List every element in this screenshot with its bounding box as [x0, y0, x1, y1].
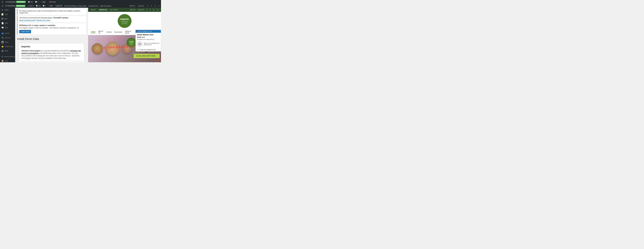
slider-revolution-item[interactable]: Slider Revolution [99, 4, 112, 8]
frontend-wp-logo[interactable]: ⊕ [1, 4, 4, 8]
posts-icon: 📝 [2, 13, 4, 16]
body-area: ⊞ 仪表盘 📝 文章 🖼 媒体 📄 页面 💬 评论 👥 Cl [0, 8, 161, 62]
sidebar-item-dashboard[interactable]: ⊞ 仪表盘 [0, 8, 15, 12]
new-post-item[interactable]: 💭 0 [34, 0, 39, 4]
sidebar-item-testimonials[interactable]: ⭐ Testimonials [0, 44, 15, 49]
site-name-item[interactable]: WP资源海测站 商店即将推出 [5, 0, 26, 4]
contacts-nav-link[interactable]: CONTACTS [99, 9, 107, 11]
sidebar-item-posts[interactable]: 📝 文章 [0, 12, 15, 17]
about-nav-link[interactable]: ABOUT [91, 9, 96, 11]
facebook-social-icon: f [151, 5, 152, 7]
site-instagram-icon[interactable]: ◻ [157, 9, 158, 11]
sidebar-item-products[interactable]: 📦 产品 [0, 59, 15, 62]
team-icon: 👨‍👩‍👧 [2, 41, 4, 43]
themerex-notice-text: This theme recommends the following plug… [19, 17, 84, 19]
sidebar-item-media[interactable]: 🖼 媒体 [0, 17, 15, 21]
facebook-icon[interactable]: f [150, 4, 152, 8]
sidebar-item-contacts[interactable]: 🔗 联系 [0, 49, 15, 53]
nav-news-blog[interactable]: NEWS & BLOG [125, 31, 132, 34]
page-title: Install Demo Data [15, 36, 88, 42]
wpbakery-item[interactable]: Edit with WPBakery Page Builder [64, 4, 88, 8]
begin-installing-link[interactable]: Begin installing plugin [19, 19, 35, 21]
hero-badge-percent: 100% [129, 41, 134, 43]
sidebar-item-clients[interactable]: 👥 Clients [0, 31, 15, 36]
sidebar-item-woocommerce[interactable]: 🛍 WooCommerce [0, 54, 15, 59]
smash-balloon-widget: ONLY VISIBLE TO YOU Smash Balloon Feed S… [136, 30, 161, 52]
wp-reset-label: WP Reset [49, 1, 56, 3]
nav-about-us[interactable]: ABOUT US [98, 31, 104, 34]
sidebar-item-services[interactable]: 🔧 Services [0, 36, 15, 40]
essential-grid-label: Essential Grid [89, 5, 98, 7]
setup-desc: Complete your setup and inc [137, 39, 160, 41]
clients-icon: 👥 [2, 32, 4, 34]
dashboard-icon: ⊞ [2, 9, 3, 11]
create-instagram-text: Create an Instagram Feed [140, 49, 156, 51]
instagram-icon[interactable]: ◻ [157, 4, 160, 8]
posts-label: 文章 [5, 14, 8, 16]
edit-icon: ✏ [54, 5, 56, 7]
clients-label: Clients [5, 33, 10, 34]
frontend-site-name-text: WP资源海测站 [6, 5, 16, 7]
setup-progress-area: 0% Setup is al Complete your setup and i… [137, 41, 160, 47]
essential-grid-item[interactable]: Essential Grid [88, 4, 99, 8]
logo-subtitle-text: THE NATURAL SOLUTION [119, 21, 130, 23]
site-logo-area: organic THE NATURAL SOLUTION [88, 12, 161, 29]
import-table-header: Import demo data [22, 61, 82, 62]
admin-bar-2-left: ⊕ WP资源海测站 商店即将推出 🖌 自定义 💬 206 💭 0 ＋ 新建 [1, 4, 129, 8]
frontend-comment-num: 0 [45, 5, 46, 7]
sidebar-item-team[interactable]: 👨‍👩‍👧 Team [0, 40, 15, 44]
site-logo-circle[interactable]: organic THE NATURAL SOLUTION [118, 14, 132, 28]
frontend-site-name[interactable]: WP资源海测站 商店即将推出 [4, 4, 26, 8]
pages-label: 页面 [5, 22, 8, 24]
wp-logo-item[interactable]: ⊕ [1, 0, 4, 4]
wpzyh-nav-link[interactable]: WPZYH [130, 9, 136, 11]
customize-label: 自定义 [29, 5, 34, 7]
all-posts-nav-link[interactable]: ALL POSTS [110, 9, 118, 11]
frontend-new-item[interactable]: ＋ 新建 [47, 4, 54, 8]
wpbakery-update-text: Our biggest update of 2024 is available … [19, 27, 84, 29]
comment-icon: 💭 [35, 1, 37, 3]
slider-revolution-label: Slider Revolution [100, 5, 112, 7]
admin-bar-1: ⊕ WP资源海测站 商店即将推出 💬 206 💭 0 ＋ 新建 ↺ WP Res… [0, 0, 161, 4]
testimonials-icon: ⭐ [2, 45, 4, 48]
nav-features[interactable]: FEATURES [114, 31, 122, 33]
importer-title: Importer [21, 45, 82, 48]
customize-item[interactable]: 🖌 自定义 [26, 4, 35, 8]
sidebar-item-comments[interactable]: 💬 评论 [0, 25, 15, 30]
frontend-comments[interactable]: 💬 206 [35, 4, 42, 8]
logout-item[interactable]: LOGOUT [137, 4, 145, 8]
edit-page-item[interactable]: ✏ 编辑页面 [54, 4, 63, 8]
wp-reset-item[interactable]: ↺ WP Reset [47, 0, 57, 4]
pinterest-icon[interactable]: 𝒫 [154, 4, 156, 8]
site-pinterest-icon[interactable]: ℗ [153, 9, 154, 11]
dismiss-notice-link[interactable]: Dismiss this notice [37, 19, 50, 21]
new-item[interactable]: ＋ 新建 [40, 0, 46, 4]
site-preview-panel: ABOUT CONTACTS ALL POSTS WPZYH LOGOUT 𝕏 … [88, 8, 161, 62]
site-twitter-icon[interactable]: 𝕏 [146, 9, 148, 11]
comment-count: 206 [30, 1, 33, 3]
smash-balloon-dot [137, 31, 138, 32]
progress-ring: 0% [137, 41, 142, 47]
learn-more-button[interactable]: Learn more [19, 30, 31, 33]
frontend-bubble-icon: 💬 [36, 5, 38, 7]
reset-icon: ↺ [48, 1, 49, 3]
attention-note: Attention! Some plugins (for example Bud… [21, 50, 82, 60]
woocommerce-icon: 🛍 [2, 56, 3, 58]
site-facebook-icon[interactable]: f [150, 9, 150, 11]
hero-badge-natural: natural [130, 43, 133, 44]
plus-icon: ＋ [40, 1, 42, 3]
wpzyh-item[interactable]: WPZYH [129, 4, 136, 8]
notices-area: Hi! Please activate your copy of the Ess… [15, 8, 88, 36]
twitter-icon[interactable]: 𝕏 [146, 4, 149, 8]
comment-count-item[interactable]: 💬 206 [27, 0, 34, 4]
sidebar-item-pages[interactable]: 📄 页面 [0, 21, 15, 25]
cta-button[interactable]: CLICK AND SHOP NOW › [134, 54, 160, 58]
site-badge: 商店即将推出 [16, 1, 26, 3]
nav-home[interactable]: HOME [91, 31, 96, 33]
logout-nav-link[interactable]: LOGOUT [138, 9, 144, 11]
media-label: 媒体 [4, 18, 8, 20]
frontend-comment-icon-item[interactable]: 💭 0 [42, 4, 46, 8]
site-top-right: WPZYH LOGOUT 𝕏 f ℗ ◻ [130, 9, 158, 11]
create-instagram-feed[interactable]: Create an Instagram Feed [136, 48, 161, 51]
nav-store[interactable]: STORE [106, 31, 112, 33]
